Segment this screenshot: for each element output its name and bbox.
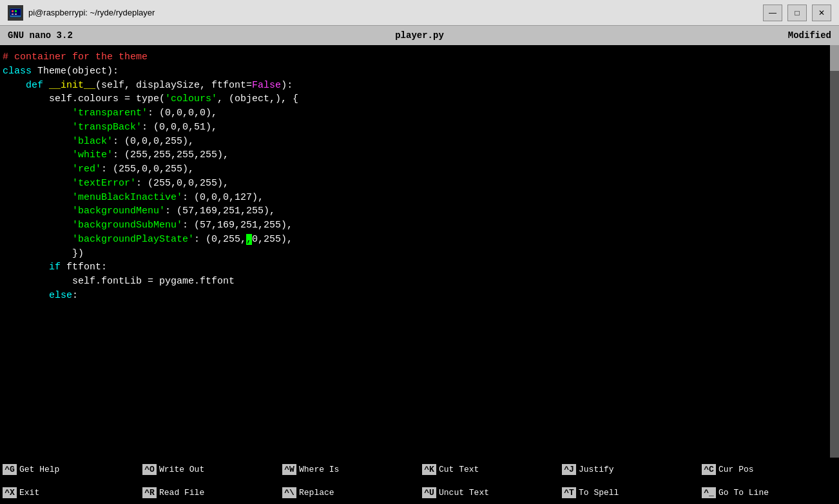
menu-item-uncut-text[interactable]: ^U Uncut Text [420, 481, 559, 504]
menu-item-write-out[interactable]: ^O Write Out [140, 458, 280, 481]
menu-item-go-to-line[interactable]: ^_ Go To Line [699, 481, 839, 504]
menu-item-cut-text[interactable]: ^K Cut Text [420, 458, 559, 481]
label-go-to-line: Go To Line [718, 488, 769, 498]
svg-rect-4 [12, 14, 14, 15]
window-controls: — □ ✕ [763, 5, 831, 21]
svg-rect-3 [15, 10, 17, 12]
scrollbar-thumb[interactable] [830, 45, 839, 71]
menu-item-to-spell[interactable]: ^T To Spell [559, 481, 699, 504]
label-get-help: Get Help [19, 465, 59, 474]
label-write-out: Write Out [159, 465, 204, 474]
label-uncut-text: Uncut Text [439, 488, 489, 498]
key-justify: ^J [562, 464, 576, 475]
app-icon [8, 5, 23, 21]
code-editor[interactable]: # container for the theme class Theme(ob… [0, 45, 839, 458]
menu-item-where-is[interactable]: ^W Where Is [280, 458, 420, 481]
menu-item-get-help[interactable]: ^G Get Help [0, 458, 140, 481]
scrollbar[interactable] [830, 45, 839, 458]
nano-filename: player.py [282, 30, 557, 41]
nano-header: GNU nano 3.2 player.py Modified [0, 26, 839, 45]
key-go-to-line: ^_ [702, 487, 716, 498]
menu-item-replace[interactable]: ^\ Replace [280, 481, 420, 504]
minimize-button[interactable]: — [763, 5, 782, 21]
key-replace: ^\ [282, 487, 296, 498]
key-cur-pos: ^C [702, 464, 716, 475]
key-exit: ^X [3, 487, 17, 498]
title-bar: pi@raspberrypi: ~/ryde/rydeplayer — □ ✕ [0, 0, 839, 26]
key-to-spell: ^T [562, 487, 576, 498]
svg-rect-5 [15, 14, 17, 15]
menu-item-read-file[interactable]: ^R Read File [140, 481, 280, 504]
label-cut-text: Cut Text [439, 465, 479, 474]
svg-rect-2 [12, 10, 14, 12]
key-cut-text: ^K [422, 464, 436, 475]
close-button[interactable]: ✕ [812, 5, 831, 21]
menu-row-1: ^G Get Help ^O Write Out ^W Where Is ^K … [0, 458, 839, 481]
label-justify: Justify [579, 465, 614, 474]
key-read-file: ^R [142, 487, 157, 498]
key-uncut-text: ^U [422, 487, 436, 498]
key-where-is: ^W [282, 464, 296, 475]
menu-item-exit[interactable]: ^X Exit [0, 481, 140, 504]
key-write-out: ^O [142, 464, 157, 475]
nano-version: GNU nano 3.2 [8, 30, 282, 41]
label-where-is: Where Is [299, 465, 339, 474]
label-exit: Exit [19, 488, 39, 498]
key-get-help: ^G [3, 464, 17, 475]
label-to-spell: To Spell [579, 488, 619, 498]
menu-row-2: ^X Exit ^R Read File ^\ Replace ^U Uncut… [0, 481, 839, 504]
window-title: pi@raspberrypi: ~/ryde/rydeplayer [28, 8, 763, 17]
menu-item-justify[interactable]: ^J Justify [559, 458, 699, 481]
label-read-file: Read File [159, 488, 204, 498]
nano-status: Modified [557, 30, 831, 41]
menu-bar: ^G Get Help ^O Write Out ^W Where Is ^K … [0, 458, 839, 504]
label-cur-pos: Cur Pos [718, 465, 754, 474]
maximize-button[interactable]: □ [787, 5, 807, 21]
menu-item-cur-pos[interactable]: ^C Cur Pos [699, 458, 839, 481]
label-replace: Replace [299, 488, 334, 498]
